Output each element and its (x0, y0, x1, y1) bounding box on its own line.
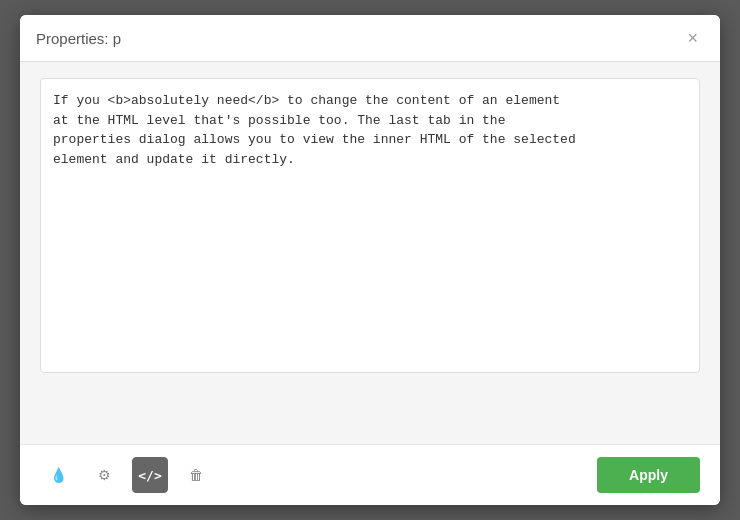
dialog-body (20, 62, 720, 444)
trash-icon-button[interactable]: 🗑 (178, 457, 214, 493)
apply-button[interactable]: Apply (597, 457, 700, 493)
code-icon-button[interactable]: </> (132, 457, 168, 493)
drop-icon: 💧 (50, 467, 67, 483)
gear-icon-button[interactable]: ⚙ (86, 457, 122, 493)
close-button[interactable]: × (681, 27, 704, 49)
html-editor[interactable] (40, 78, 700, 373)
drop-icon-button[interactable]: 💧 (40, 457, 76, 493)
dialog-title: Properties: p (36, 30, 121, 47)
code-icon: </> (138, 468, 161, 483)
properties-dialog: Properties: p × 💧 ⚙ </> 🗑 Apply (20, 15, 720, 505)
dialog-footer: 💧 ⚙ </> 🗑 Apply (20, 444, 720, 505)
dialog-header: Properties: p × (20, 15, 720, 62)
gear-icon: ⚙ (98, 467, 111, 483)
trash-icon: 🗑 (189, 467, 203, 483)
footer-icons: 💧 ⚙ </> 🗑 (40, 457, 214, 493)
